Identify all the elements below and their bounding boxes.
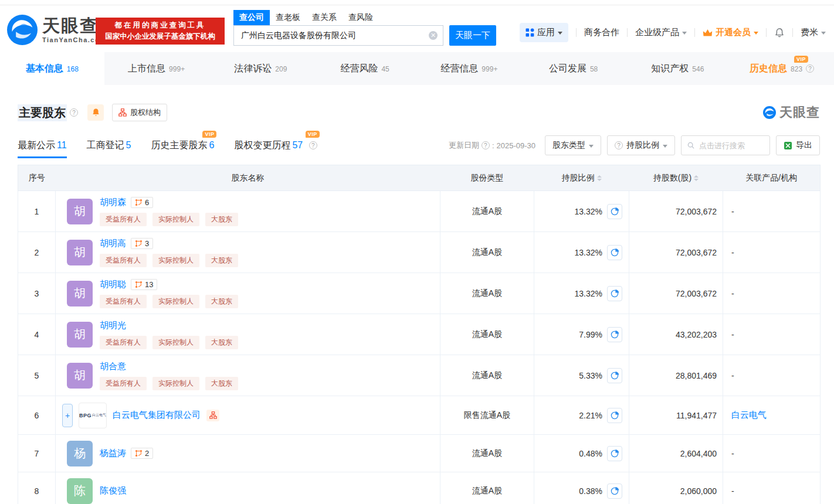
pie-chart-icon — [611, 449, 619, 458]
ratio-value: 5.33% — [579, 371, 602, 380]
pie-chart-button[interactable] — [607, 327, 622, 342]
enterprise-caret-icon — [682, 32, 687, 35]
pie-chart-button[interactable] — [607, 368, 622, 383]
shareholder-name-link[interactable]: 胡明聪 — [100, 279, 126, 290]
avatar: 胡 — [67, 199, 93, 224]
company-name-link[interactable]: 白云电气集团有限公司 — [113, 410, 201, 421]
header-divider — [766, 28, 767, 37]
relation-count-badge[interactable]: 3 — [131, 238, 153, 249]
pie-chart-button[interactable] — [607, 446, 622, 461]
tab-listing-info[interactable]: 上市信息 999+ — [104, 52, 209, 85]
export-button[interactable]: 导出 — [776, 135, 820, 155]
tianyancha-logo[interactable]: 天眼查 TianYanCha.com — [7, 15, 106, 45]
tab-intellectual-property[interactable]: 知识产权 546 — [626, 52, 730, 85]
section-help-icon[interactable]: ? — [70, 108, 78, 117]
search-tab-company[interactable]: 查公司 — [233, 10, 270, 25]
search-tab-relation[interactable]: 查关系 — [306, 10, 343, 25]
subtab-latest-announcement[interactable]: 最新公示11 — [18, 139, 67, 152]
row-seq: 6 — [18, 396, 56, 435]
col-header-shares[interactable]: 持股数(股) — [629, 165, 723, 191]
export-label: 导出 — [796, 140, 812, 151]
tab-basic-info[interactable]: 基本信息 168 — [0, 52, 104, 85]
enterprise-products-menu[interactable]: 企业级产品 — [635, 27, 687, 38]
chevron-down-icon — [663, 145, 667, 148]
role-tag: 大股东 — [205, 336, 238, 349]
related-product: - — [723, 472, 821, 504]
related-product-link[interactable]: 白云电气 — [731, 410, 767, 420]
row-seq: 2 — [18, 232, 56, 273]
header-divider — [576, 28, 577, 37]
update-help-icon[interactable]: ? — [482, 141, 490, 149]
pie-chart-button[interactable] — [607, 245, 622, 260]
subtab-equity-change-history[interactable]: VIP 股权变更历程57 ? — [234, 139, 317, 152]
shareholding-ratio-filter[interactable]: ? 持股比例 — [607, 135, 675, 155]
tab-operation-risk[interactable]: 经营风险 45 — [313, 52, 417, 85]
subtab-historical-shareholders[interactable]: VIP 历史主要股东6 — [151, 139, 215, 152]
watermark-label: 天眼查 — [779, 104, 820, 121]
tab-history-info[interactable]: VIP 历史信息 823 ? — [730, 52, 834, 85]
equity-structure-button[interactable]: 股权结构 — [112, 104, 167, 121]
apps-menu[interactable]: 应用 — [520, 23, 568, 42]
avatar: 胡 — [67, 240, 93, 265]
expand-row-button[interactable]: + — [62, 404, 73, 427]
related-product: - — [723, 355, 821, 396]
tab-legal-proceedings[interactable]: 法律诉讼 209 — [209, 52, 313, 85]
avatar: 胡 — [67, 281, 93, 307]
help-icon[interactable]: ? — [806, 64, 814, 73]
tab-operation-info[interactable]: 经营信息 999+ — [417, 52, 521, 85]
clear-search-icon[interactable]: ✕ — [429, 31, 438, 40]
pie-chart-icon — [611, 371, 619, 380]
shareholder-name-link[interactable]: 胡明光 — [100, 320, 126, 331]
avatar: 陈 — [67, 478, 93, 504]
shareholder-name-link[interactable]: 陈俊强 — [100, 485, 126, 496]
search-tab-boss[interactable]: 查老板 — [270, 10, 306, 25]
avatar: 胡 — [67, 363, 93, 389]
search-tab-risk[interactable]: 查风险 — [343, 10, 379, 25]
equity-structure-chip[interactable] — [206, 410, 219, 421]
share-type: 流通A股 — [440, 191, 534, 232]
relation-count-badge[interactable]: 13 — [131, 279, 157, 290]
relation-count-badge[interactable]: 6 — [131, 197, 153, 208]
shareholder-type-filter[interactable]: 股东类型 — [545, 135, 601, 155]
pie-chart-icon — [611, 486, 619, 495]
table-row: 5 胡 胡合意 受益所有人 实际控制人 大股东 — [18, 355, 821, 396]
col-header-ratio[interactable]: 持股比例 — [534, 165, 629, 191]
business-cooperation-link[interactable]: 商务合作 — [584, 27, 619, 38]
relation-count: 6 — [145, 198, 149, 207]
company-search-input[interactable] — [233, 25, 443, 46]
role-tag: 受益所有人 — [100, 254, 147, 267]
tab-label: 基本信息 — [26, 63, 63, 75]
shareholder-name-link[interactable]: 胡明高 — [100, 238, 126, 249]
shares-count: 28,801,469 — [629, 355, 723, 396]
subtab-business-registration[interactable]: 工商登记5 — [87, 139, 131, 152]
shareholder-name-link[interactable]: 杨益涛 — [100, 448, 126, 459]
table-search-input[interactable] — [698, 141, 764, 151]
filter-label: 持股比例 — [626, 140, 659, 151]
pie-chart-button[interactable] — [607, 286, 622, 301]
help-icon[interactable]: ? — [309, 141, 317, 149]
table-row: 3 胡 胡明聪 — [18, 273, 821, 314]
table-toolbar: 更新日期 ? : 2025-09-30 股东类型 ? 持股比例 — [449, 135, 820, 155]
pie-chart-button[interactable] — [607, 483, 622, 499]
ratio-value: 13.32% — [575, 248, 602, 257]
shareholder-name-link[interactable]: 胡合意 — [100, 361, 126, 372]
shareholder-name-link[interactable]: 胡明森 — [100, 197, 126, 208]
shareholders-table: 序号 股东名称 股份类型 持股比例 持股数(股) 关联产品/机构 1 胡 — [18, 165, 821, 504]
open-vip-menu[interactable]: 开通会员 — [703, 27, 758, 38]
tab-company-development[interactable]: 公司发展 58 — [521, 52, 626, 85]
section-header: 主要股东 ? 股权结构 天眼查 — [18, 104, 820, 121]
pie-chart-button[interactable] — [607, 408, 622, 423]
relation-count-badge[interactable]: 2 — [131, 448, 153, 459]
notifications-button[interactable] — [774, 28, 785, 38]
apps-label: 应用 — [537, 27, 555, 38]
table-search-box[interactable] — [681, 135, 770, 155]
search-submit-button[interactable]: 天眼一下 — [449, 25, 496, 46]
monitor-bell-button[interactable] — [87, 104, 104, 121]
pie-chart-button[interactable] — [607, 204, 622, 219]
sort-icon[interactable] — [597, 175, 602, 181]
user-account-menu[interactable]: 费米 — [801, 27, 826, 38]
share-type: 流通A股 — [440, 355, 534, 396]
sort-icon[interactable] — [694, 175, 699, 181]
top-divider — [0, 0, 834, 5]
subtab-count: 6 — [209, 140, 215, 150]
